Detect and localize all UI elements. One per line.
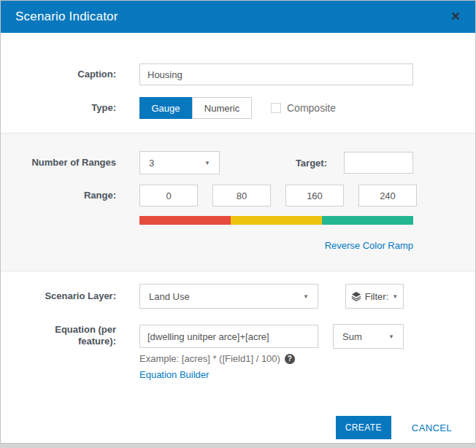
reverse-ramp-link-wrap: Reverse Color Ramp [139,239,413,252]
layers-icon [351,291,361,301]
caption-row: Caption: [1,63,475,85]
ramp-segment-red [139,216,231,225]
reverse-color-ramp-link[interactable]: Reverse Color Ramp [325,240,413,251]
ramp-segment-yellow [231,216,322,225]
equation-content: Sum ▼ Example: [acres] * ([Field1] / 100… [139,324,404,381]
range-row: Range: [1,185,475,206]
equation-input[interactable] [139,325,318,348]
help-icon[interactable]: ? [285,354,295,364]
scenario-indicator-dialog: Scenario Indicator ✕ Caption: Type: Gaug… [0,0,476,444]
color-ramp-row [1,216,475,225]
reverse-ramp-row: Reverse Color Ramp [1,239,475,252]
type-label: Type: [1,102,116,114]
ranges-section: Number of Ranges 3 ▼ Target: Range: [1,133,475,271]
dialog-footer: CREATE CANCEL [1,416,475,439]
chevron-down-icon: ▼ [392,293,398,300]
dialog-title: Scenario Indicator [15,9,118,24]
target-label: Target: [220,158,327,169]
equation-example-text: Example: [acres] * ([Field1] / 100) [139,353,280,364]
type-gauge-button[interactable]: Gauge [139,97,192,119]
create-button[interactable]: CREATE [336,416,391,439]
scenario-layer-select[interactable]: Land Use ▼ [139,284,318,309]
range-input-1[interactable] [139,185,198,206]
range-input-4[interactable] [358,185,417,206]
range-label: Range: [1,190,116,201]
aggregation-value: Sum [342,331,362,342]
number-of-ranges-row: Number of Ranges 3 ▼ Target: [1,151,475,174]
dialog-header: Scenario Indicator ✕ [1,1,475,33]
equation-row: Equation (per feature): Sum ▼ Example: [… [1,324,475,381]
filter-button[interactable]: Filter: ▼ [345,284,404,309]
range-input-3[interactable] [285,185,344,206]
equation-example-line: Example: [acres] * ([Field1] / 100) ? [139,353,404,364]
range-input-2[interactable] [212,185,271,206]
color-ramp [139,216,413,225]
chevron-down-icon: ▼ [388,333,394,340]
ramp-segment-teal [322,216,413,225]
equation-builder-line: Equation Builder [139,368,404,381]
type-numeric-button[interactable]: Numeric [192,97,252,119]
equation-label: Equation (per feature): [1,324,116,347]
scenario-layer-row: Scenario Layer: Land Use ▼ Filter: ▼ [1,284,475,309]
equation-input-group: Sum ▼ [139,324,404,349]
composite-label: Composite [287,102,336,114]
target-input[interactable] [344,152,413,174]
equation-builder-link[interactable]: Equation Builder [139,369,209,380]
filter-label: Filter: [365,291,389,302]
chevron-down-icon: ▼ [303,293,309,300]
composite-checkbox[interactable] [271,103,281,113]
type-segmented-control: Gauge Numeric [139,97,252,119]
number-of-ranges-label: Number of Ranges [1,157,116,169]
close-icon[interactable]: ✕ [451,11,461,23]
scenario-layer-value: Land Use [149,291,190,302]
aggregation-select[interactable]: Sum ▼ [333,324,404,349]
cancel-button[interactable]: CANCEL [412,422,452,433]
scenario-layer-label: Scenario Layer: [1,290,116,302]
screen-background: Scenario Indicator ✕ Caption: Type: Gaug… [0,0,476,448]
caption-input[interactable] [139,63,413,85]
type-row: Type: Gauge Numeric Composite [1,97,475,119]
chevron-down-icon: ▼ [204,160,210,166]
number-of-ranges-select[interactable]: 3 ▼ [139,151,220,174]
number-of-ranges-value: 3 [149,158,154,169]
caption-label: Caption: [1,69,116,80]
